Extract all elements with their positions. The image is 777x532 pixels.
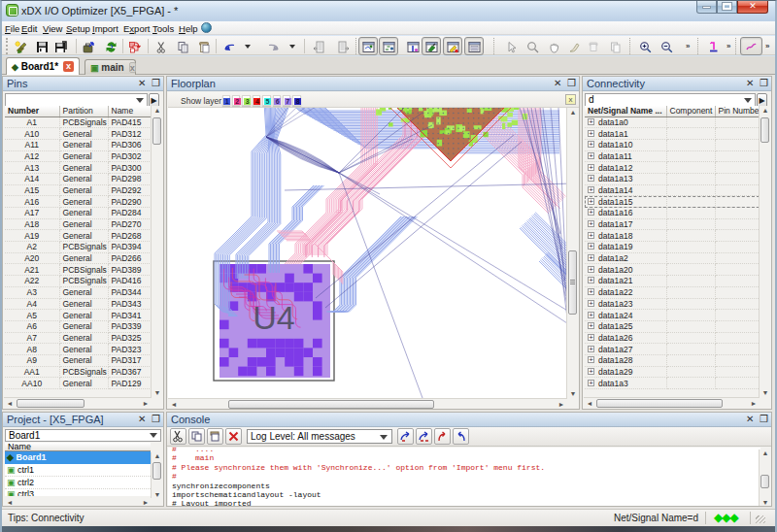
svg-text:U4: U4 xyxy=(253,299,294,336)
